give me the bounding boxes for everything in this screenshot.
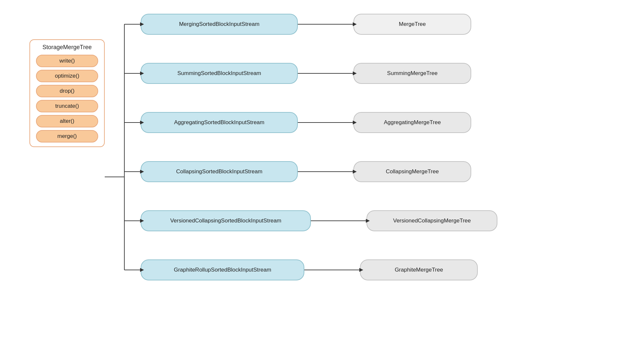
diagram: StorageMergeTree write() optimize() drop… <box>0 0 644 342</box>
stream-label-4: VersionedCollapsingSortedBlockInputStrea… <box>170 218 281 224</box>
stream-box-5: GraphiteRollupSortedBlockInputStream <box>141 259 304 280</box>
stream-box-4: VersionedCollapsingSortedBlockInputStrea… <box>141 210 311 231</box>
stream-box-2: AggregatingSortedBlockInputStream <box>141 112 298 133</box>
merge-label-5: GraphiteMergeTree <box>395 267 443 273</box>
stream-label-2: AggregatingSortedBlockInputStream <box>174 119 264 126</box>
merge-box-3: CollapsingMergeTree <box>353 161 471 182</box>
method-truncate: truncate() <box>36 100 98 112</box>
merge-label-2: AggregatingMergeTree <box>384 119 441 126</box>
storage-title: StorageMergeTree <box>43 44 92 51</box>
merge-label-4: VersionedCollapsingMergeTree <box>393 218 471 224</box>
merge-label-1: SummingMergeTree <box>387 70 438 77</box>
stream-box-1: SummingSortedBlockInputStream <box>141 63 298 84</box>
merge-label-0: MergeTree <box>399 21 426 28</box>
stream-label-0: MergingSortedBlockInputStream <box>179 21 259 28</box>
method-drop: drop() <box>36 85 98 97</box>
stream-box-0: MergingSortedBlockInputStream <box>141 14 298 35</box>
stream-label-1: SummingSortedBlockInputStream <box>177 70 261 77</box>
merge-box-2: AggregatingMergeTree <box>353 112 471 133</box>
stream-label-5: GraphiteRollupSortedBlockInputStream <box>174 267 271 273</box>
method-write: write() <box>36 55 98 67</box>
merge-box-1: SummingMergeTree <box>353 63 471 84</box>
merge-box-4: VersionedCollapsingMergeTree <box>367 210 497 231</box>
method-merge: merge() <box>36 130 98 142</box>
method-optimize: optimize() <box>36 70 98 82</box>
storage-merge-tree-box: StorageMergeTree write() optimize() drop… <box>29 39 105 147</box>
stream-label-3: CollapsingSortedBlockInputStream <box>176 168 262 175</box>
merge-box-0: MergeTree <box>353 14 471 35</box>
merge-box-5: GraphiteMergeTree <box>360 259 478 280</box>
method-alter: alter() <box>36 115 98 127</box>
merge-label-3: CollapsingMergeTree <box>386 168 439 175</box>
stream-box-3: CollapsingSortedBlockInputStream <box>141 161 298 182</box>
